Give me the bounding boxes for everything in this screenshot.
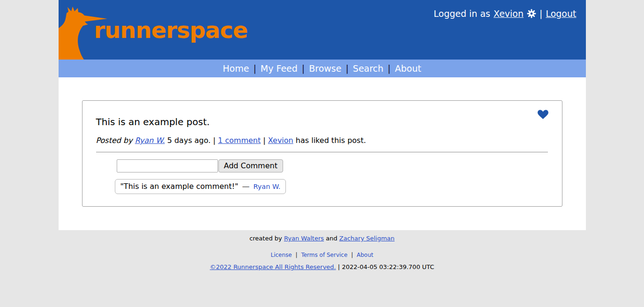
add-comment-button[interactable]: Add Comment xyxy=(218,159,283,172)
username-link[interactable]: Xevion xyxy=(494,8,524,19)
meta-separator: | xyxy=(263,136,265,145)
nav-separator: | xyxy=(345,63,348,74)
license-link[interactable]: License xyxy=(270,252,292,258)
comment-form: Add Comment xyxy=(117,159,548,172)
like-heart-icon[interactable] xyxy=(538,110,548,120)
footer-separator: | xyxy=(296,252,298,258)
nav-item-search[interactable]: Search xyxy=(353,63,383,74)
created-by-label: created by xyxy=(249,235,282,242)
comment-text: "This is an example comment!" xyxy=(120,182,239,191)
footer-links: License | Terms of Service | About xyxy=(59,252,586,258)
liked-suffix: has liked this post. xyxy=(296,136,366,145)
nav-item-home[interactable]: Home xyxy=(223,63,249,74)
settings-gear-icon[interactable] xyxy=(527,9,536,18)
post-card: This is an example post. Posted by Ryan … xyxy=(82,100,562,207)
main-nav: Home | My Feed | Browse | Search | About xyxy=(59,60,586,77)
logout-link[interactable]: Logout xyxy=(546,8,576,19)
timestamp-separator: | xyxy=(338,263,340,270)
user-info: Logged in as Xevion xyxy=(434,8,576,19)
site-header: runnerspace Logged in as Xevion xyxy=(59,0,586,60)
site-footer: created by Ryan Walters and Zachary Seli… xyxy=(59,230,586,270)
about-link[interactable]: About xyxy=(357,252,373,258)
nav-item-browse[interactable]: Browse xyxy=(309,63,341,74)
logged-in-label: Logged in as xyxy=(434,8,490,19)
post-title: This is an example post. xyxy=(96,116,548,127)
page-container: runnerspace Logged in as Xevion xyxy=(59,0,586,270)
main-content: This is an example post. Posted by Ryan … xyxy=(59,77,586,230)
terms-link[interactable]: Terms of Service xyxy=(301,252,347,258)
footer-credits: created by Ryan Walters and Zachary Seli… xyxy=(59,235,586,242)
comment-author-link[interactable]: Ryan W. xyxy=(253,183,280,190)
post-meta: Posted by Ryan W. 5 days ago. | 1 commen… xyxy=(96,136,548,145)
server-timestamp: 2022-04-05 03:22:39.700 UTC xyxy=(342,263,434,270)
nav-separator: | xyxy=(253,63,256,74)
post-age: 5 days ago. xyxy=(167,136,211,145)
comment-item: "This is an example comment!" — Ryan W. xyxy=(115,179,286,194)
copyright-link[interactable]: ©2022 Runnerspace All Rights Reserved. xyxy=(210,263,336,270)
nav-item-my-feed[interactable]: My Feed xyxy=(261,63,298,74)
post-author-link[interactable]: Ryan W. xyxy=(135,136,165,145)
and-label: and xyxy=(326,235,337,242)
footer-copyright-line: ©2022 Runnerspace All Rights Reserved. |… xyxy=(59,263,586,270)
nav-item-about[interactable]: About xyxy=(395,63,421,74)
header-separator: | xyxy=(539,8,542,19)
logo-text: runnerspace xyxy=(94,17,248,43)
comment-dash: — xyxy=(242,182,249,191)
nav-separator: | xyxy=(388,63,390,74)
creator-link-zachary[interactable]: Zachary Seligman xyxy=(339,235,395,242)
nav-separator: | xyxy=(302,63,305,74)
footer-separator: | xyxy=(351,252,353,258)
posted-by-label: Posted by xyxy=(96,136,133,145)
post-divider xyxy=(96,152,548,152)
comment-input[interactable] xyxy=(117,159,218,172)
creator-link-ryan[interactable]: Ryan Walters xyxy=(284,235,324,242)
liker-link[interactable]: Xevion xyxy=(268,136,293,145)
meta-separator: | xyxy=(213,136,215,145)
comments-count-link[interactable]: 1 comment xyxy=(218,136,261,145)
